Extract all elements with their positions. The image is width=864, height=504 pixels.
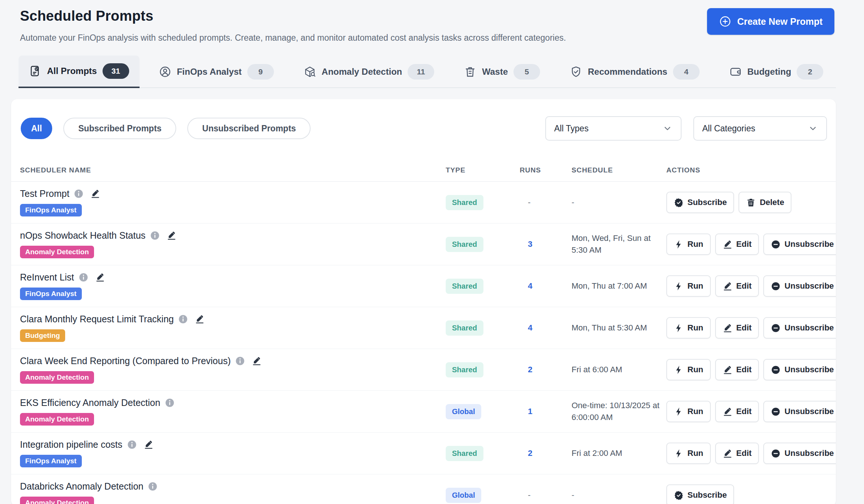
lightning-icon (674, 407, 684, 417)
runs-cell: - (520, 198, 572, 207)
tab-count-badge: 4 (673, 64, 700, 80)
edit-button-label: Edit (736, 239, 752, 249)
run-button[interactable]: Run (666, 233, 711, 255)
runs-link[interactable]: 2 (520, 365, 532, 374)
runs-link[interactable]: 3 (520, 239, 532, 249)
scheduler-name-cell: Integration pipeline costsFinOps Analyst (20, 433, 446, 474)
category-badge: Anomaly Detection (20, 371, 94, 384)
runs-link[interactable]: 4 (520, 281, 532, 291)
edit-button[interactable]: Edit (715, 317, 759, 339)
actions-cell: RunEditUnsubscribe (666, 443, 834, 464)
tab-count-badge: 9 (247, 64, 274, 80)
column-type: TYPE (446, 166, 520, 174)
filter-row: AllSubscribed PromptsUnsubscribed Prompt… (11, 99, 836, 141)
type-cell: Shared (446, 279, 520, 294)
delete-button[interactable]: Delete (739, 192, 791, 213)
run-button[interactable]: Run (666, 317, 711, 339)
type-cell: Global (446, 488, 520, 503)
scheduler-name: Clara Monthly Request Limit Tracking (20, 314, 174, 325)
edit-button[interactable]: Edit (715, 359, 759, 380)
type-filter-select[interactable]: All Types (545, 116, 682, 141)
pencil-icon (723, 407, 733, 417)
edit-button[interactable]: Edit (715, 443, 759, 464)
scheduler-name-cell: Test PromptFinOps Analyst (20, 182, 446, 223)
table-row: Integration pipeline costsFinOps Analyst… (11, 433, 836, 474)
pencil-icon[interactable] (95, 272, 105, 282)
scheduler-name-line: nOps Showback Health Status (20, 230, 446, 241)
column-actions: ACTIONS (666, 166, 834, 174)
minus-circle-icon (771, 323, 781, 333)
scheduler-name-cell: Clara Week End Reporting (Compared to Pr… (20, 349, 446, 390)
table-row: nOps Showback Health StatusAnomaly Detec… (11, 224, 836, 265)
tab-finops-analyst[interactable]: FinOps Analyst9 (148, 56, 284, 87)
type-badge: Shared (446, 195, 483, 210)
unsubscribe-button[interactable]: Unsubscribe (763, 401, 836, 422)
type-cell: Global (446, 404, 520, 419)
runs-link[interactable]: 2 (520, 448, 532, 458)
tab-budgeting[interactable]: Budgeting2 (719, 56, 834, 87)
tab-waste[interactable]: Waste5 (453, 56, 550, 87)
run-button[interactable]: Run (666, 359, 711, 380)
pencil-icon[interactable] (167, 231, 177, 241)
info-icon[interactable] (150, 231, 160, 241)
filter-pill-all[interactable]: All (21, 118, 52, 139)
info-icon[interactable] (78, 272, 88, 282)
table-row: Clara Monthly Request Limit TrackingBudg… (11, 307, 836, 349)
create-new-prompt-button[interactable]: Create New Prompt (707, 8, 834, 35)
schedule-text: Mon, Wed, Fri, Sun at 5:30 AM (572, 233, 651, 255)
runs-link[interactable]: 1 (520, 407, 532, 416)
category-filter-select[interactable]: All Categories (693, 116, 827, 141)
column-scheduler-name: SCHEDULER NAME (20, 166, 446, 174)
info-icon[interactable] (148, 481, 158, 491)
schedule-cell: One-time: 10/13/2025 at 6:00:00 AM (572, 400, 666, 423)
wallet-icon (729, 65, 742, 78)
tab-all-prompts[interactable]: All Prompts31 (19, 56, 140, 88)
tab-label: Anomaly Detection (322, 67, 402, 77)
column-runs: RUNS (520, 166, 572, 174)
filter-pill-subscribed-prompts[interactable]: Subscribed Prompts (63, 118, 176, 139)
info-icon[interactable] (127, 440, 137, 450)
scheduler-name: nOps Showback Health Status (20, 230, 145, 241)
schedule-cell: Mon, Wed, Fri, Sun at 5:30 AM (572, 232, 666, 256)
tab-label: Budgeting (747, 67, 791, 77)
table-row: EKS Efficiency Anomaly DetectionAnomaly … (11, 391, 836, 433)
tab-anomaly-detection[interactable]: Anomaly Detection11 (293, 56, 445, 87)
runs-link[interactable]: 4 (520, 323, 532, 333)
unsubscribe-button[interactable]: Unsubscribe (763, 275, 836, 297)
scheduler-name: Test Prompt (20, 188, 69, 199)
scheduler-name: Databricks Anomaly Detection (20, 481, 143, 492)
run-button[interactable]: Run (666, 401, 711, 422)
run-button[interactable]: Run (666, 443, 711, 464)
pencil-icon[interactable] (195, 314, 205, 324)
scheduler-name-line: EKS Efficiency Anomaly Detection (20, 397, 446, 408)
subscribe-button[interactable]: Subscribe (666, 192, 734, 213)
tab-recommendations[interactable]: Recommendations4 (559, 56, 710, 87)
pencil-icon[interactable] (252, 356, 262, 366)
edit-button[interactable]: Edit (715, 275, 759, 297)
info-icon[interactable] (178, 314, 188, 324)
type-filter-value: All Types (554, 124, 589, 134)
run-button[interactable]: Run (666, 275, 711, 297)
subscribe-button[interactable]: Subscribe (666, 484, 734, 504)
scheduler-name-cell: nOps Showback Health StatusAnomaly Detec… (20, 224, 446, 265)
unsubscribe-button[interactable]: Unsubscribe (763, 443, 836, 464)
edit-button[interactable]: Edit (715, 401, 759, 422)
trash-icon (464, 65, 476, 78)
info-icon[interactable] (165, 398, 175, 408)
edit-button[interactable]: Edit (715, 233, 759, 255)
info-icon[interactable] (74, 189, 84, 199)
pencil-icon[interactable] (90, 189, 100, 199)
unsubscribe-button[interactable]: Unsubscribe (763, 233, 836, 255)
filter-pill-unsubscribed-prompts[interactable]: Unsubscribed Prompts (187, 118, 311, 139)
info-icon[interactable] (235, 356, 245, 366)
schedule-cell: Mon, Thu at 7:00 AM (572, 280, 666, 292)
schedule-text: One-time: 10/13/2025 at 6:00:00 AM (572, 401, 659, 422)
type-cell: Shared (446, 195, 520, 210)
runs-cell: 2 (520, 365, 572, 374)
pencil-icon (723, 365, 733, 375)
pencil-icon[interactable] (144, 440, 154, 450)
tab-count-badge: 2 (797, 64, 823, 80)
type-badge: Global (446, 488, 481, 503)
unsubscribe-button[interactable]: Unsubscribe (763, 359, 836, 380)
unsubscribe-button[interactable]: Unsubscribe (763, 317, 836, 339)
